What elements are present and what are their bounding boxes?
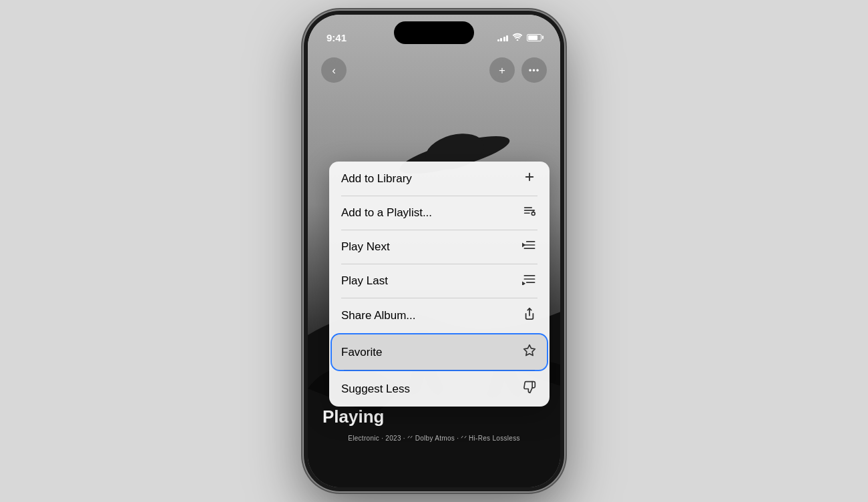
power-button[interactable]	[564, 111, 567, 158]
meta-bar: Electronic · 2023 · ᐟᐟ Dolby Atmos · ᐟᐟ …	[308, 431, 560, 443]
add-playlist-icon	[521, 205, 537, 220]
status-time: 9:41	[327, 32, 347, 43]
plus-icon: +	[499, 65, 505, 76]
svg-marker-22	[524, 345, 535, 356]
play-last-icon	[521, 273, 537, 288]
menu-item-favorite[interactable]: Favorite	[332, 334, 547, 370]
now-playing-label: Playing	[308, 407, 560, 427]
play-last-label: Play Last	[341, 274, 388, 288]
svg-point-4	[517, 39, 519, 41]
star-icon	[521, 344, 537, 360]
menu-item-play-last[interactable]: Play Last	[329, 264, 550, 298]
phone-frame: 9:41	[304, 11, 564, 491]
menu-item-share-album[interactable]: Share Album...	[329, 298, 550, 333]
menu-item-play-next[interactable]: Play Next	[329, 230, 550, 264]
add-playlist-label: Add to a Playlist...	[341, 206, 432, 220]
add-to-library-icon	[521, 171, 537, 186]
svg-marker-16	[522, 243, 525, 248]
menu-item-add-playlist[interactable]: Add to a Playlist...	[329, 196, 550, 230]
menu-item-add-to-library[interactable]: Add to Library	[329, 162, 550, 196]
share-album-label: Share Album...	[341, 309, 416, 322]
thumbs-down-icon	[521, 381, 537, 397]
add-to-library-label: Add to Library	[341, 172, 412, 186]
phone-screen: 9:41	[308, 15, 560, 487]
favorite-label: Favorite	[341, 346, 382, 359]
add-button[interactable]: +	[489, 57, 515, 83]
status-icons	[497, 33, 542, 43]
back-icon: ‹	[332, 65, 336, 76]
top-actions: ‹ + •••	[308, 57, 560, 83]
playing-text: Playing	[322, 407, 384, 427]
more-button[interactable]: •••	[521, 57, 547, 83]
menu-item-suggest-less[interactable]: Suggest Less	[329, 371, 550, 407]
suggest-less-label: Suggest Less	[341, 383, 410, 396]
play-next-icon	[521, 239, 537, 254]
share-icon	[521, 307, 537, 324]
phone-device: 9:41	[304, 11, 564, 491]
back-button[interactable]: ‹	[321, 57, 347, 83]
svg-marker-20	[522, 281, 525, 285]
context-menu: Add to Library Add to a Playlist...	[329, 162, 550, 407]
signal-icon	[497, 33, 509, 41]
meta-text: Electronic · 2023 · ᐟᐟ Dolby Atmos · ᐟᐟ …	[348, 435, 520, 442]
battery-icon	[527, 34, 541, 41]
play-next-label: Play Next	[341, 240, 390, 254]
status-bar: 9:41	[308, 15, 560, 51]
wifi-icon	[512, 33, 523, 43]
ellipsis-icon: •••	[529, 66, 540, 75]
